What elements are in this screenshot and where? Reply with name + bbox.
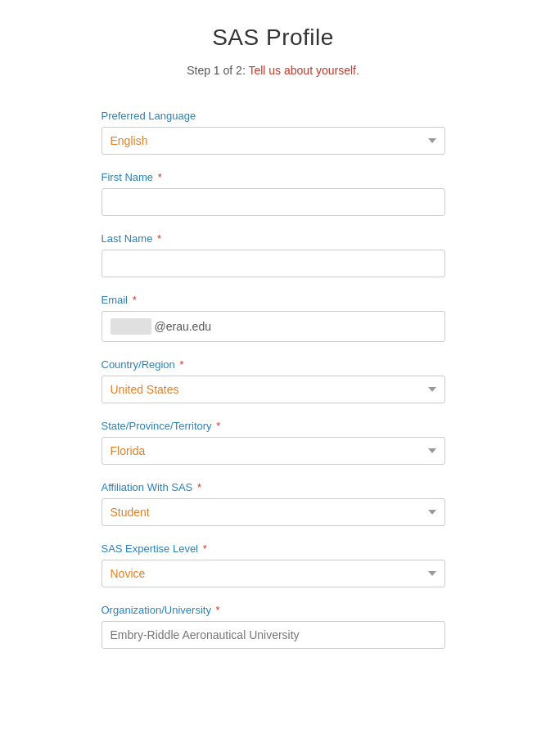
last-name-group: Last Name * <box>102 232 445 277</box>
expertise-level-select[interactable]: Novice Beginner Intermediate Advanced Ex… <box>102 560 445 587</box>
organization-label: Organization/University * <box>102 604 445 616</box>
page-title: SAS Profile <box>16 25 530 51</box>
state-province-group: State/Province/Territory * Florida Calif… <box>102 420 445 465</box>
affiliation-select[interactable]: Student Faculty Staff Professional Other <box>102 498 445 526</box>
step-prefix: Step 1 of 2: <box>187 64 248 77</box>
expertise-level-group: SAS Expertise Level * Novice Beginner In… <box>102 542 445 587</box>
country-region-label: Country/Region * <box>102 358 445 371</box>
organization-group: Organization/University * <box>102 604 445 649</box>
email-group: Email * @erau.edu <box>102 294 445 342</box>
affiliation-group: Affiliation With SAS * Student Faculty S… <box>102 481 445 526</box>
last-name-input[interactable] <box>102 250 445 277</box>
state-province-select[interactable]: Florida California New York Texas Other <box>102 437 445 465</box>
state-province-label: State/Province/Territory * <box>102 420 445 432</box>
affiliation-label: Affiliation With SAS * <box>102 481 445 493</box>
preferred-language-group: Preferred Language English French Spanis… <box>102 110 445 155</box>
step-description: Tell us about yourself. <box>248 64 359 77</box>
country-region-group: Country/Region * United States Canada Un… <box>102 358 445 403</box>
last-name-label: Last Name * <box>102 232 445 245</box>
expertise-level-label: SAS Expertise Level * <box>102 542 445 555</box>
organization-input[interactable] <box>102 621 445 649</box>
email-label: Email * <box>102 294 445 306</box>
preferred-language-select[interactable]: English French Spanish German <box>102 127 445 155</box>
country-region-select[interactable]: United States Canada United Kingdom Aust… <box>102 376 445 403</box>
page-container: SAS Profile Step 1 of 2: Tell us about y… <box>0 0 546 698</box>
preferred-language-label: Preferred Language <box>102 110 445 122</box>
first-name-group: First Name * <box>102 171 445 216</box>
first-name-label: First Name * <box>102 171 445 183</box>
first-name-input[interactable] <box>102 188 445 216</box>
step-info: Step 1 of 2: Tell us about yourself. <box>16 64 530 77</box>
form-section: Preferred Language English French Spanis… <box>102 110 445 649</box>
